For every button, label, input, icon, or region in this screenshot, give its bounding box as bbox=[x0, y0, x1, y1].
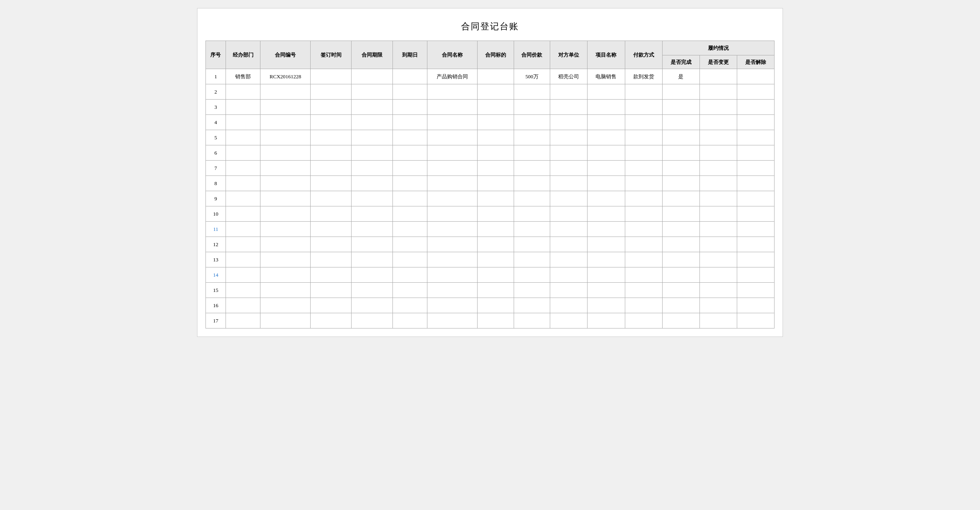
cell-done bbox=[662, 145, 699, 161]
cell-sign_time bbox=[311, 100, 352, 115]
cell-party bbox=[550, 145, 588, 161]
cell-target bbox=[477, 252, 514, 267]
cell-party bbox=[550, 252, 588, 267]
cell-cancel bbox=[737, 222, 774, 237]
cell-target bbox=[477, 191, 514, 206]
cell-seq: 3 bbox=[206, 100, 226, 115]
cell-name bbox=[427, 298, 477, 313]
cell-project bbox=[588, 298, 625, 313]
cell-dept bbox=[226, 115, 260, 130]
cell-seq: 4 bbox=[206, 115, 226, 130]
cell-due_date bbox=[392, 145, 427, 161]
col-header-done: 是否完成 bbox=[662, 55, 699, 69]
table-row: 4 bbox=[206, 115, 775, 130]
table-row: 3 bbox=[206, 100, 775, 115]
cell-target bbox=[477, 130, 514, 145]
cell-target bbox=[477, 84, 514, 100]
cell-project bbox=[588, 176, 625, 191]
cell-party bbox=[550, 191, 588, 206]
cell-cancel bbox=[737, 115, 774, 130]
cell-seq: 6 bbox=[206, 145, 226, 161]
cell-dept bbox=[226, 252, 260, 267]
table-row: 7 bbox=[206, 161, 775, 176]
cell-project bbox=[588, 237, 625, 252]
cell-period bbox=[352, 145, 392, 161]
cell-contract_no bbox=[260, 100, 311, 115]
cell-change bbox=[699, 191, 737, 206]
cell-change bbox=[699, 252, 737, 267]
cell-period bbox=[352, 222, 392, 237]
cell-name bbox=[427, 206, 477, 222]
cell-cancel bbox=[737, 206, 774, 222]
cell-cancel bbox=[737, 130, 774, 145]
cell-dept bbox=[226, 100, 260, 115]
cell-name: 产品购销合同 bbox=[427, 69, 477, 84]
col-header-payment: 付款方式 bbox=[625, 41, 662, 69]
col-header-due-date: 到期日 bbox=[392, 41, 427, 69]
cell-dept bbox=[226, 283, 260, 298]
cell-dept bbox=[226, 84, 260, 100]
cell-target bbox=[477, 69, 514, 84]
cell-period bbox=[352, 206, 392, 222]
cell-party bbox=[550, 84, 588, 100]
cell-payment bbox=[625, 115, 662, 130]
cell-seq: 14 bbox=[206, 267, 226, 283]
cell-dept bbox=[226, 161, 260, 176]
cell-done bbox=[662, 176, 699, 191]
cell-due_date bbox=[392, 69, 427, 84]
cell-party bbox=[550, 237, 588, 252]
cell-price bbox=[514, 176, 550, 191]
cell-name bbox=[427, 191, 477, 206]
cell-dept bbox=[226, 237, 260, 252]
cell-change bbox=[699, 298, 737, 313]
cell-cancel bbox=[737, 267, 774, 283]
cell-dept bbox=[226, 176, 260, 191]
cell-seq: 9 bbox=[206, 191, 226, 206]
cell-done bbox=[662, 206, 699, 222]
cell-target bbox=[477, 298, 514, 313]
cell-due_date bbox=[392, 222, 427, 237]
cell-period bbox=[352, 100, 392, 115]
cell-period bbox=[352, 283, 392, 298]
cell-period bbox=[352, 252, 392, 267]
cell-target bbox=[477, 100, 514, 115]
cell-seq: 1 bbox=[206, 69, 226, 84]
table-row: 2 bbox=[206, 84, 775, 100]
cell-contract_no bbox=[260, 267, 311, 283]
cell-price bbox=[514, 222, 550, 237]
cell-change bbox=[699, 84, 737, 100]
cell-party bbox=[550, 298, 588, 313]
cell-project bbox=[588, 313, 625, 328]
cell-target bbox=[477, 206, 514, 222]
cell-project bbox=[588, 145, 625, 161]
cell-price bbox=[514, 267, 550, 283]
cell-price bbox=[514, 206, 550, 222]
table-row: 1销售部RCX20161228产品购销合同500万稻壳公司电脑销售款到发货是 bbox=[206, 69, 775, 84]
cell-project bbox=[588, 161, 625, 176]
cell-name bbox=[427, 130, 477, 145]
cell-sign_time bbox=[311, 222, 352, 237]
cell-name bbox=[427, 283, 477, 298]
cell-target bbox=[477, 313, 514, 328]
col-header-compliance: 履约情况 bbox=[662, 41, 774, 55]
cell-sign_time bbox=[311, 313, 352, 328]
cell-target bbox=[477, 222, 514, 237]
cell-payment bbox=[625, 84, 662, 100]
cell-payment bbox=[625, 100, 662, 115]
cell-dept bbox=[226, 298, 260, 313]
cell-due_date bbox=[392, 191, 427, 206]
cell-due_date bbox=[392, 252, 427, 267]
cell-target bbox=[477, 237, 514, 252]
cell-party bbox=[550, 222, 588, 237]
cell-due_date bbox=[392, 130, 427, 145]
cell-price bbox=[514, 283, 550, 298]
cell-due_date bbox=[392, 283, 427, 298]
cell-done bbox=[662, 237, 699, 252]
cell-payment bbox=[625, 237, 662, 252]
cell-due_date bbox=[392, 313, 427, 328]
cell-done bbox=[662, 283, 699, 298]
cell-target bbox=[477, 176, 514, 191]
cell-party bbox=[550, 267, 588, 283]
cell-sign_time bbox=[311, 237, 352, 252]
table-row: 17 bbox=[206, 313, 775, 328]
